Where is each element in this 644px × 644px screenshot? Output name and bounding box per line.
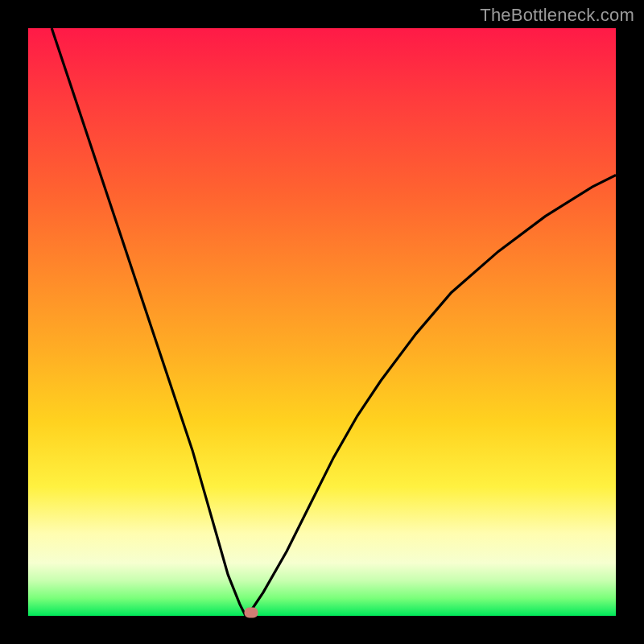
curve-path [52,28,616,616]
chart-frame: TheBottleneck.com [0,0,644,644]
watermark-text: TheBottleneck.com [480,5,634,26]
plot-area [28,28,616,616]
bottleneck-curve [28,28,616,616]
optimal-point-marker [245,608,258,618]
